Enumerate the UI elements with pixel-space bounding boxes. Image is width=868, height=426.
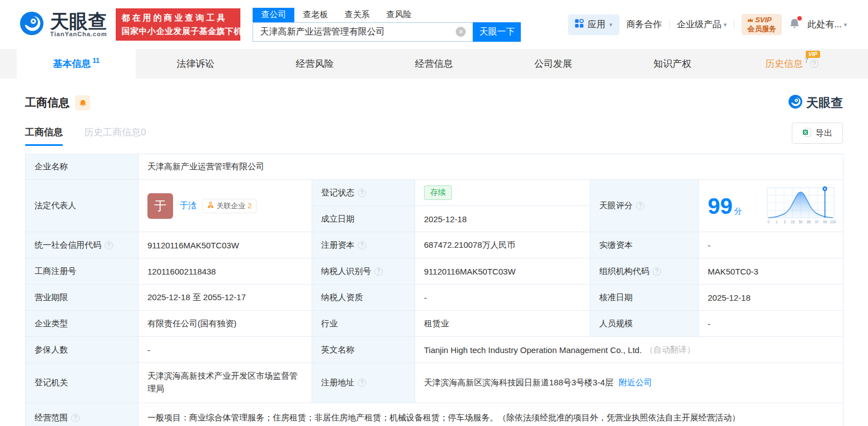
svg-text:3: 3 — [783, 220, 786, 224]
search-button[interactable]: 天眼一下 — [473, 22, 521, 42]
search-tab-relation[interactable]: 查关系 — [336, 8, 378, 22]
field-label-credit-code: 统一社会信用代码 — [26, 232, 139, 258]
field-label-registration-status: 登记状态 — [312, 180, 415, 206]
business-cooperation-link[interactable]: 商务合作 — [627, 19, 662, 31]
field-value-registration-status: 存续 — [415, 180, 590, 206]
section-title: 工商信息 — [25, 95, 70, 110]
notification-bell-button[interactable] — [789, 18, 800, 31]
field-value-credit-code: 91120116MAK50TC03W — [139, 232, 312, 258]
search-tab-boss[interactable]: 查老板 — [294, 8, 336, 22]
field-label-business-scope: 经营范围 — [26, 403, 139, 426]
user-account-menu[interactable]: 此处有... ▾ — [807, 19, 847, 31]
top-header: 天眼查 TianYanCha.com 都在用的商业查询工具 国家中小企业发展子基… — [0, 0, 868, 49]
related-companies-label: 关联企业 — [216, 201, 245, 211]
search-tab-risk[interactable]: 查风险 — [378, 8, 420, 22]
tab-basic-info[interactable]: 基本信息 11 — [17, 49, 136, 79]
tianyancha-logo[interactable]: 天眼查 TianYanCha.com — [19, 11, 107, 38]
tab-count: 11 — [92, 57, 100, 65]
field-label-establish-date: 成立日期 — [312, 206, 415, 232]
field-label-registered-address: 注册地址 — [312, 363, 415, 403]
tab-count: 7 — [805, 57, 808, 65]
search-tab-company[interactable]: 查公司 — [253, 8, 294, 22]
vip-badge: VIP — [806, 51, 820, 58]
field-label-english-name: 英文名称 — [312, 337, 415, 363]
field-label-taxpayer-quality: 纳税人资质 — [312, 285, 415, 311]
help-icon[interactable] — [358, 189, 366, 197]
divider — [669, 20, 670, 29]
apps-grid-icon — [575, 19, 584, 30]
field-label-paid-capital: 实缴资本 — [590, 232, 699, 258]
related-companies-badge[interactable]: 关联企业 2 — [202, 199, 257, 213]
nearby-companies-link[interactable]: 附近公司 — [619, 378, 652, 388]
field-label-company-name: 企业名称 — [26, 154, 139, 180]
subscribe-bell-button[interactable] — [75, 95, 90, 110]
search-box — [253, 22, 473, 42]
status-badge: 存续 — [424, 185, 452, 200]
help-icon[interactable] — [374, 267, 383, 276]
subtab-history-registration[interactable]: 历史工商信息0 — [84, 126, 146, 146]
svg-text:0: 0 — [767, 220, 770, 224]
apps-button[interactable]: 应用 ▾ — [568, 14, 619, 35]
field-label-staff-size: 人员规模 — [590, 311, 699, 337]
slogan-banner: 都在用的商业查询工具 国家中小企业发展子基金旗下机构 — [116, 8, 240, 41]
tab-history-info[interactable]: VIP 历史信息 7 — [732, 49, 851, 79]
tianyancha-logo-icon — [19, 11, 45, 38]
help-icon[interactable] — [71, 414, 80, 422]
help-icon[interactable] — [653, 267, 661, 276]
field-label-company-type: 企业类型 — [26, 311, 139, 337]
tab-label: 知识产权 — [654, 57, 692, 70]
related-companies-count: 2 — [248, 202, 251, 210]
field-value-organization-code: MAK50TC0-3 — [699, 258, 844, 285]
tab-label: 历史信息 — [765, 57, 803, 70]
help-icon[interactable] — [810, 60, 818, 68]
legal-rep-avatar[interactable]: 于 — [147, 193, 173, 219]
export-button[interactable]: 导出 — [792, 123, 843, 144]
svip-member-button[interactable]: SVIP 会员服务 — [742, 14, 782, 35]
main-content: 工商信息 天眼查 工商信息 历史工商信息0 — [0, 94, 868, 426]
caret-down-icon: ▾ — [724, 21, 727, 28]
subtab-business-registration[interactable]: 工商信息 — [25, 126, 63, 146]
help-icon[interactable] — [105, 241, 113, 249]
field-value-company-type: 有限责任公司(国有独资) — [139, 311, 312, 337]
tab-legal-proceedings[interactable]: 法律诉讼 — [136, 49, 255, 79]
bell-icon — [79, 99, 87, 107]
export-label: 导出 — [816, 128, 832, 139]
search-input[interactable] — [253, 23, 472, 41]
enterprise-products-link[interactable]: 企业级产品 ▾ — [677, 19, 727, 31]
caret-down-icon: ▾ — [844, 21, 847, 28]
watermark-text: 天眼查 — [806, 95, 843, 111]
field-value-business-scope: 一般项目：商业综合体管理服务；住房租赁；非居住房地产租赁；机械设备租赁；停车场服… — [139, 403, 844, 426]
org-chart-icon — [207, 202, 214, 210]
field-label-legal-representative: 法定代表人 — [26, 180, 139, 232]
help-icon[interactable] — [358, 241, 366, 249]
field-value-insured-count: - — [139, 337, 312, 363]
svg-text:50: 50 — [798, 220, 803, 224]
field-label-registered-capital: 注册资本 — [312, 232, 415, 258]
user-name: 此处有... — [807, 19, 841, 31]
watermark-logo: 天眼查 — [788, 94, 843, 111]
score-unit: 分 — [734, 207, 742, 216]
tab-operating-risk[interactable]: 经营风险 — [255, 49, 374, 79]
logo-title: 天眼查 — [50, 12, 107, 31]
tab-business-info[interactable]: 经营信息 — [374, 49, 494, 79]
help-icon[interactable] — [636, 202, 644, 210]
caret-down-icon: ▾ — [609, 21, 613, 28]
apps-label: 应用 — [588, 19, 605, 31]
tab-company-development[interactable]: 公司发展 — [494, 49, 613, 79]
crown-icon — [747, 16, 753, 25]
field-value-company-name: 天津高新产业运营管理有限公司 — [139, 154, 844, 180]
svip-label: SVIP — [755, 16, 772, 25]
tab-intellectual-property[interactable]: 知识产权 — [613, 49, 732, 79]
legal-rep-name-link[interactable]: 于浛 — [180, 200, 196, 211]
help-icon[interactable] — [358, 379, 366, 387]
svg-text:99: 99 — [823, 220, 827, 224]
page-nav-tabs: 基本信息 11 法律诉讼 经营风险 经营信息 公司发展 知识产权 VIP 历史信… — [0, 49, 868, 79]
field-value-staff-size: - — [699, 311, 844, 337]
slogan-line1: 都在用的商业查询工具 — [121, 11, 235, 25]
field-value-business-term: 2025-12-18 至 2055-12-17 — [139, 285, 312, 311]
tab-label: 经营风险 — [296, 57, 334, 70]
tab-label: 公司发展 — [534, 57, 572, 70]
header-menu: 应用 ▾ 商务合作 企业级产品 ▾ SVIP 会员服务 — [568, 14, 847, 35]
svg-text:15: 15 — [791, 220, 795, 224]
field-value-registration-authority: 天津滨海高新技术产业开发区市场监督管理局 — [139, 363, 312, 403]
